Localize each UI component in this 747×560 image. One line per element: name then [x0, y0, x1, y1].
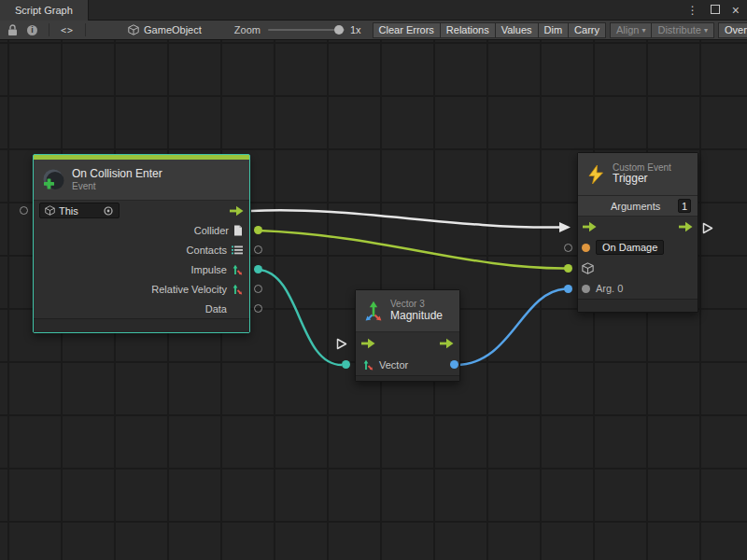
tab-label: Script Graph	[15, 5, 73, 16]
distribute-button[interactable]: Distribute ▾	[651, 22, 713, 38]
this-input-port-dot[interactable]	[20, 206, 28, 215]
event-name-port-dot[interactable]	[582, 244, 590, 252]
tab-script-graph[interactable]: Script Graph	[0, 0, 89, 21]
flow-input-arrow-icon[interactable]	[361, 338, 375, 349]
node-header[interactable]: Vector 3 Magnitude	[356, 290, 459, 332]
port-row: Collider	[34, 220, 249, 240]
port-row: Data	[34, 299, 249, 318]
target-object-value: This	[59, 205, 99, 217]
arguments-label: Arguments	[611, 201, 660, 212]
port-label-data: Data	[205, 303, 227, 315]
zoom-slider[interactable]	[268, 23, 345, 36]
arg0-input-port-dot[interactable]	[564, 285, 572, 293]
data-output-port-dot[interactable]	[254, 304, 262, 313]
target-object-field[interactable]: This	[39, 203, 120, 218]
event-icon	[41, 168, 65, 192]
menu-icon[interactable]: ⋮	[687, 0, 698, 21]
cube-icon	[128, 24, 139, 35]
chevron-down-icon: ▾	[704, 26, 708, 35]
node-ports: On Damage Arg. 0	[578, 217, 698, 299]
node-title: Trigger	[613, 173, 671, 186]
node-vector3-magnitude[interactable]: Vector 3 Magnitude	[355, 289, 460, 382]
flow-output-arrow-icon[interactable]	[679, 221, 693, 232]
align-label: Align	[616, 24, 639, 35]
impulse-output-port-dot[interactable]	[254, 265, 262, 273]
wire-impulse-to-vector[interactable]	[259, 270, 342, 365]
unity-script-graph-window: Script Graph ⋮ × i <> GameObject Zoom	[0, 0, 747, 560]
node-title: Magnitude	[390, 310, 443, 323]
gameobject-reference[interactable]: GameObject	[128, 24, 202, 35]
carry-button[interactable]: Carry	[568, 22, 606, 38]
target-picker-icon[interactable]	[103, 205, 114, 217]
zoom-slider-handle[interactable]	[334, 25, 344, 35]
node-footer	[34, 318, 249, 332]
maximize-icon[interactable]	[711, 0, 720, 21]
relations-button[interactable]: Relations	[440, 22, 496, 38]
port-row: This	[34, 201, 249, 220]
arguments-count-field[interactable]: 1	[678, 199, 691, 213]
close-icon[interactable]: ×	[732, 0, 740, 21]
cube-icon	[45, 205, 55, 216]
clear-errors-button[interactable]: Clear Errors	[373, 22, 441, 38]
node-on-collision-enter[interactable]: On Collision Enter Event This	[33, 154, 250, 333]
info-icon[interactable]: i	[27, 25, 37, 35]
port-row: On Damage	[578, 237, 698, 258]
event-name-input-port-dot[interactable]	[564, 244, 572, 252]
port-label-collider: Collider	[194, 225, 229, 236]
port-row: Vector	[356, 354, 459, 375]
toolbar-separator	[85, 23, 86, 36]
flow-output-triangle-icon[interactable]	[702, 221, 713, 238]
lightning-bolt-icon	[585, 164, 606, 185]
graph-canvas[interactable]: On Collision Enter Event This	[0, 40, 747, 560]
dim-button[interactable]: Dim	[538, 22, 570, 38]
zoom-label: Zoom	[234, 24, 261, 35]
values-button[interactable]: Values	[495, 22, 539, 38]
port-label-arg0: Arg. 0	[596, 283, 623, 294]
collider-output-port-dot[interactable]	[254, 226, 262, 234]
title-bar: Script Graph ⋮ ×	[0, 0, 747, 21]
port-label-contacts: Contacts	[187, 245, 227, 256]
wire-flow-arrowhead	[559, 222, 571, 232]
node-subtitle: Event	[72, 181, 162, 192]
wire-flow-to-trigger[interactable]	[251, 210, 559, 227]
magnitude-output-port-dot[interactable]	[450, 360, 458, 369]
align-button[interactable]: Align ▾	[610, 22, 652, 38]
relative-velocity-output-port-dot[interactable]	[254, 285, 262, 293]
overview-button[interactable]: Overv	[718, 22, 747, 38]
node-ports: Vector	[356, 332, 459, 375]
port-row	[578, 217, 698, 237]
arg0-port-dot[interactable]	[582, 285, 590, 293]
target-input-port-dot[interactable]	[564, 264, 572, 273]
node-header[interactable]: On Collision Enter Event	[34, 160, 249, 201]
port-row	[578, 258, 698, 278]
port-row: Impulse	[34, 259, 249, 279]
vector-input-port-dot[interactable]	[342, 360, 350, 369]
lock-icon[interactable]	[7, 24, 18, 36]
wire-magnitude-to-arg0[interactable]	[456, 289, 565, 366]
flow-input-triangle-icon[interactable]	[336, 337, 347, 354]
event-name-field[interactable]: On Damage	[596, 240, 664, 255]
arguments-row: Arguments 1	[578, 196, 698, 217]
wire-collider-to-target[interactable]	[259, 231, 565, 269]
zoom-value: 1x	[350, 24, 361, 35]
contacts-output-port-dot[interactable]	[254, 245, 262, 254]
port-row: Arg. 0	[578, 278, 698, 299]
node-custom-event-trigger[interactable]: Custom Event Trigger Arguments 1	[577, 152, 698, 313]
port-label-relative-velocity: Relative Velocity	[151, 284, 227, 295]
flow-input-arrow-icon[interactable]	[583, 221, 597, 232]
window-controls: ⋮ ×	[687, 0, 740, 21]
flow-output-arrow-icon[interactable]	[440, 338, 454, 349]
graph-scene: On Collision Enter Event This	[0, 40, 747, 560]
vector3-icon	[362, 359, 374, 371]
node-header[interactable]: Custom Event Trigger	[578, 153, 698, 196]
toolbar-separator	[49, 23, 49, 36]
port-row	[356, 332, 459, 354]
node-ports: This Collider	[34, 201, 249, 318]
port-row: Contacts	[34, 240, 249, 259]
cube-icon[interactable]	[582, 262, 594, 274]
graph-toolbar: i <> GameObject Zoom 1x Clear Errors Rel…	[0, 21, 747, 40]
node-footer	[356, 375, 459, 381]
flow-output-arrow-icon[interactable]	[230, 205, 244, 217]
code-icon[interactable]: <>	[61, 25, 74, 35]
gameobject-label: GameObject	[144, 24, 202, 35]
